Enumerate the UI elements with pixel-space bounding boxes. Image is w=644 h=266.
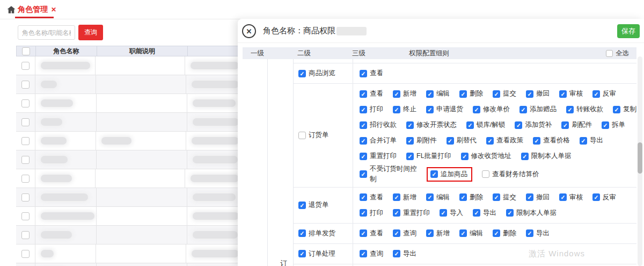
level2-item-order-management[interactable]: 订货管理 [270, 259, 293, 266]
permission-item[interactable]: 转账收款 [566, 105, 603, 114]
checkbox-checked[interactable] [426, 193, 434, 201]
checkbox-checked[interactable] [360, 106, 367, 113]
permission-item[interactable]: 撤回 [526, 193, 550, 202]
row-checkbox[interactable] [21, 231, 30, 239]
table-row[interactable] [16, 207, 239, 226]
checkbox-checked[interactable] [393, 193, 400, 201]
checkbox-checked[interactable] [613, 106, 620, 113]
tab-close-icon[interactable]: ✕ [51, 6, 56, 13]
permission-item[interactable]: 编辑 [459, 229, 483, 238]
permission-item[interactable]: 反审 [592, 89, 616, 98]
permission-item[interactable]: 查看价格 [533, 136, 570, 145]
permission-item[interactable]: 招行收款 [360, 120, 397, 130]
checkbox-checked[interactable] [515, 121, 522, 129]
checkbox-checked[interactable] [459, 90, 467, 98]
checkbox-checked[interactable] [473, 209, 480, 217]
save-button[interactable]: 保存 [617, 24, 640, 38]
permission-item[interactable]: 拆单 [602, 120, 625, 130]
permission-item[interactable]: 不受订货时间控制 [360, 164, 417, 185]
checkbox-checked[interactable] [592, 193, 600, 201]
permission-item[interactable]: 删除 [459, 89, 483, 98]
table-row[interactable] [16, 188, 239, 207]
permission-item[interactable]: 提交 [493, 193, 516, 202]
permission-item[interactable]: 添加货补 [515, 120, 552, 130]
close-panel-button[interactable]: ✕ [242, 24, 256, 38]
row-checkbox[interactable] [21, 99, 30, 107]
level3-item[interactable]: 排单发货 [298, 229, 335, 238]
permission-item[interactable]: 查看政策 [486, 136, 523, 145]
permission-item[interactable]: 查询 [393, 229, 416, 238]
search-input[interactable] [18, 25, 75, 40]
permission-item[interactable]: 终止 [393, 105, 416, 114]
permission-item[interactable]: 删除 [493, 229, 516, 238]
level3-item[interactable]: 订货单 [298, 131, 329, 140]
checkbox-checked[interactable] [426, 106, 434, 113]
permission-item[interactable]: 查看 [360, 229, 383, 238]
permission-item[interactable]: 导出 [526, 229, 550, 238]
permission-item[interactable]: 限制本人单据 [506, 209, 557, 218]
checkbox-unchecked[interactable] [298, 132, 306, 139]
checkbox-checked[interactable] [493, 90, 500, 98]
permission-item[interactable]: 打印 [360, 105, 383, 114]
checkbox-checked[interactable] [580, 137, 587, 145]
checkbox-checked[interactable] [447, 137, 454, 145]
checkbox-checked[interactable] [473, 106, 480, 113]
checkbox-checked[interactable] [533, 137, 540, 145]
checkbox-checked[interactable] [566, 106, 574, 113]
permission-item[interactable]: 修改收货地址 [461, 152, 511, 161]
checkbox-checked[interactable] [459, 193, 467, 201]
permission-item[interactable]: 刷配件 [561, 120, 592, 130]
permission-item[interactable]: 申请退货 [426, 105, 463, 114]
permission-item[interactable]: 编辑 [426, 89, 450, 98]
row-checkbox[interactable] [21, 212, 30, 220]
row-checkbox[interactable] [21, 250, 30, 258]
row-checkbox[interactable] [21, 118, 30, 126]
checkbox-checked[interactable] [406, 137, 414, 145]
checkbox-checked[interactable] [298, 202, 306, 209]
table-row[interactable] [16, 94, 239, 113]
permission-item[interactable]: 导入 [440, 209, 463, 218]
table-row[interactable] [16, 169, 239, 188]
row-checkbox[interactable] [21, 193, 30, 202]
permission-item[interactable]: 修改单价 [473, 105, 510, 114]
permission-item[interactable]: 修改开票状态 [406, 120, 457, 130]
level3-item[interactable]: 退货单 [298, 200, 329, 210]
permission-item[interactable]: 导出 [473, 209, 496, 218]
checkbox-checked[interactable] [393, 106, 400, 113]
permission-item[interactable]: 新增 [393, 193, 416, 202]
table-row[interactable] [16, 226, 239, 245]
checkbox-checked[interactable] [526, 193, 533, 201]
checkbox-checked[interactable] [406, 121, 414, 129]
checkbox-checked[interactable] [360, 229, 367, 237]
permission-item[interactable]: 提交 [493, 89, 516, 98]
permission-item[interactable]: 查看财务结算价 [482, 170, 539, 179]
checkbox-checked[interactable] [592, 90, 600, 98]
checkbox-checked[interactable] [360, 170, 367, 178]
checkbox-checked[interactable] [298, 229, 306, 237]
select-all-checkbox[interactable] [606, 50, 613, 57]
permission-item[interactable]: 撤回 [526, 89, 550, 98]
permission-item[interactable]: 查看 [360, 193, 383, 202]
permission-item[interactable]: 导出 [580, 136, 603, 145]
home-icon[interactable] [6, 5, 16, 15]
table-row[interactable] [16, 150, 239, 169]
checkbox-checked[interactable] [360, 90, 367, 98]
checkbox-checked[interactable] [493, 229, 500, 237]
row-checkbox[interactable] [21, 62, 30, 70]
checkbox-checked[interactable] [426, 90, 434, 98]
permission-item[interactable]: 编辑 [426, 193, 450, 202]
checkbox-checked[interactable] [521, 153, 529, 160]
table-row[interactable] [16, 245, 239, 263]
level3-item[interactable]: 订单处理 [298, 249, 335, 258]
permission-item[interactable]: 合并订单 [360, 136, 397, 145]
scrollbar-thumb[interactable] [638, 142, 642, 174]
permission-item[interactable]: 添加赠品 [519, 105, 557, 114]
checkbox-checked[interactable] [406, 153, 414, 160]
permission-item[interactable]: 新增 [393, 89, 416, 98]
checkbox-checked[interactable] [393, 229, 400, 237]
checkbox-checked[interactable] [360, 70, 367, 77]
table-row[interactable] [16, 132, 239, 150]
checkbox-checked[interactable] [298, 70, 306, 77]
checkbox-checked[interactable] [298, 250, 306, 257]
table-row[interactable] [16, 75, 239, 94]
